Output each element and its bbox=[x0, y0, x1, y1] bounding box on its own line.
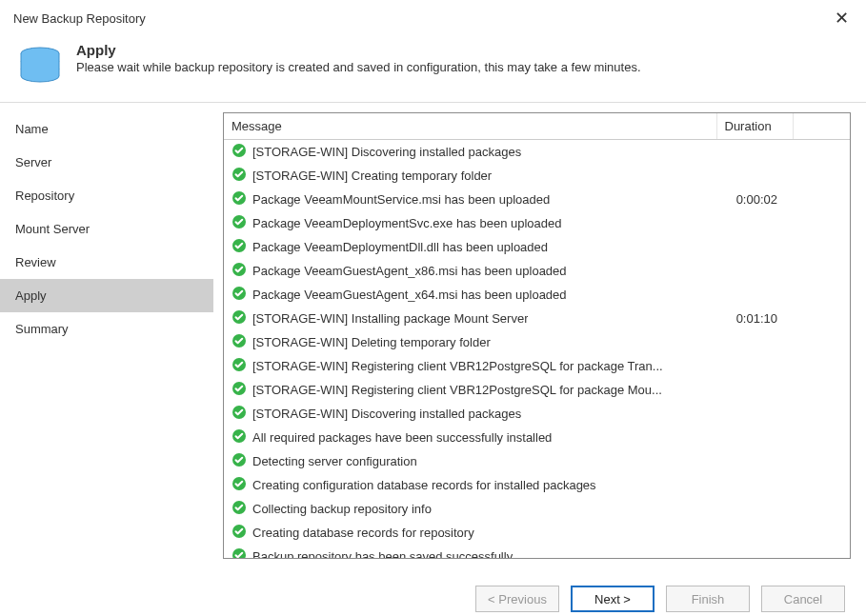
sidebar-item-repository[interactable]: Repository bbox=[0, 179, 213, 212]
log-row-duration bbox=[716, 164, 793, 188]
log-row-message: Creating configuration database records … bbox=[252, 478, 596, 492]
column-header-message[interactable]: Message bbox=[224, 113, 716, 140]
log-row[interactable]: Package VeeamGuestAgent_x86.msi has been… bbox=[224, 259, 850, 283]
log-row-message-cell: Package VeeamMountService.msi has been u… bbox=[224, 188, 716, 211]
previous-button: < Previous bbox=[475, 586, 559, 612]
log-row-message-cell: [STORAGE-WIN] Registering client VBR12Po… bbox=[224, 354, 716, 378]
wizard-header: Apply Please wait while backup repositor… bbox=[0, 34, 866, 102]
log-row-message-cell: Creating configuration database records … bbox=[224, 473, 716, 497]
log-row-message: Backup repository has been saved success… bbox=[252, 549, 513, 558]
log-row-duration bbox=[716, 283, 793, 307]
log-row-message: [STORAGE-WIN] Discovering installed pack… bbox=[252, 407, 521, 421]
check-icon bbox=[232, 452, 247, 470]
log-row[interactable]: Package VeeamDeploymentDll.dll has been … bbox=[224, 235, 850, 259]
sidebar-item-apply[interactable]: Apply bbox=[0, 279, 213, 312]
log-row-message-cell: Creating database records for repository bbox=[224, 521, 716, 545]
log-row[interactable]: [STORAGE-WIN] Discovering installed pack… bbox=[224, 402, 850, 426]
log-row-message-cell: [STORAGE-WIN] Discovering installed pack… bbox=[224, 140, 716, 164]
log-row-message-cell: [STORAGE-WIN] Deleting temporary folder bbox=[224, 330, 716, 354]
log-row-message-cell: [STORAGE-WIN] Registering client VBR12Po… bbox=[224, 378, 716, 402]
log-row-spacer bbox=[793, 378, 850, 402]
log-row[interactable]: [STORAGE-WIN] Deleting temporary folder bbox=[224, 330, 850, 354]
log-row[interactable]: All required packages have been successf… bbox=[224, 426, 850, 449]
log-scroll-area[interactable]: Message Duration [STORAGE-WIN] Discoveri… bbox=[224, 113, 850, 558]
log-row[interactable]: Package VeeamMountService.msi has been u… bbox=[224, 188, 850, 211]
log-row-spacer bbox=[793, 330, 850, 354]
log-row-duration bbox=[716, 545, 793, 558]
log-row-message: [STORAGE-WIN] Installing package Mount S… bbox=[252, 311, 528, 326]
log-row[interactable]: [STORAGE-WIN] Registering client VBR12Po… bbox=[224, 378, 850, 402]
log-row[interactable]: [STORAGE-WIN] Registering client VBR12Po… bbox=[224, 354, 850, 378]
log-row-spacer bbox=[793, 140, 850, 165]
log-row-message-cell: Detecting server configuration bbox=[224, 449, 716, 473]
next-button[interactable]: Next > bbox=[571, 586, 655, 612]
log-row-message: [STORAGE-WIN] Deleting temporary folder bbox=[252, 335, 491, 349]
log-row[interactable]: Collecting backup repository info bbox=[224, 497, 850, 521]
log-row-spacer bbox=[793, 521, 850, 545]
check-icon bbox=[232, 524, 247, 542]
cancel-button: Cancel bbox=[761, 586, 845, 612]
log-row-message: Package VeeamGuestAgent_x86.msi has been… bbox=[252, 264, 567, 278]
close-icon[interactable]: ✕ bbox=[829, 8, 855, 29]
check-icon bbox=[232, 143, 247, 161]
check-icon bbox=[232, 309, 247, 328]
log-row-spacer bbox=[793, 235, 850, 259]
check-icon bbox=[232, 333, 247, 351]
log-row[interactable]: Backup repository has been saved success… bbox=[224, 545, 850, 558]
check-icon bbox=[232, 357, 247, 375]
log-row-duration bbox=[716, 235, 793, 259]
titlebar: New Backup Repository ✕ bbox=[0, 0, 866, 34]
log-row-message-cell: All required packages have been successf… bbox=[224, 426, 716, 449]
log-row-duration bbox=[716, 378, 793, 402]
log-row-message: Creating database records for repository bbox=[252, 526, 474, 540]
check-icon bbox=[232, 428, 247, 447]
log-row-spacer bbox=[793, 164, 850, 188]
check-icon bbox=[232, 476, 247, 494]
log-row-message: [STORAGE-WIN] Discovering installed pack… bbox=[252, 145, 521, 159]
log-row-message-cell: [STORAGE-WIN] Creating temporary folder bbox=[224, 164, 716, 188]
log-row-duration bbox=[716, 521, 793, 545]
sidebar-item-label: Review bbox=[15, 255, 56, 269]
log-row-duration bbox=[716, 402, 793, 426]
log-row[interactable]: [STORAGE-WIN] Creating temporary folder bbox=[224, 164, 850, 188]
log-row[interactable]: Detecting server configuration bbox=[224, 449, 850, 473]
log-row-spacer bbox=[793, 259, 850, 283]
sidebar-item-review[interactable]: Review bbox=[0, 246, 213, 279]
finish-button: Finish bbox=[666, 586, 750, 612]
log-row-spacer bbox=[793, 426, 850, 449]
check-icon bbox=[232, 214, 247, 232]
log-row-message: Package VeeamGuestAgent_x64.msi has been… bbox=[252, 288, 567, 302]
log-row[interactable]: Package VeeamDeploymentSvc.exe has been … bbox=[224, 211, 850, 235]
log-row-message: Collecting backup repository info bbox=[252, 502, 432, 516]
log-row-message: [STORAGE-WIN] Creating temporary folder bbox=[252, 169, 492, 183]
log-row-duration bbox=[716, 449, 793, 473]
sidebar-item-label: Name bbox=[15, 122, 49, 136]
main-panel: Message Duration [STORAGE-WIN] Discoveri… bbox=[213, 103, 866, 568]
column-header-duration[interactable]: Duration bbox=[716, 113, 793, 140]
progress-log-table: Message Duration [STORAGE-WIN] Discoveri… bbox=[223, 112, 851, 559]
sidebar-item-label: Repository bbox=[15, 189, 74, 203]
log-row[interactable]: Creating database records for repository bbox=[224, 521, 850, 545]
log-row[interactable]: [STORAGE-WIN] Installing package Mount S… bbox=[224, 307, 850, 330]
check-icon bbox=[232, 500, 247, 518]
check-icon bbox=[232, 238, 247, 256]
log-row-duration: 0:01:10 bbox=[716, 307, 793, 330]
log-row-duration bbox=[716, 211, 793, 235]
sidebar-item-server[interactable]: Server bbox=[0, 146, 213, 179]
sidebar-item-label: Server bbox=[15, 155, 51, 169]
check-icon bbox=[232, 167, 247, 185]
sidebar-item-label: Summary bbox=[15, 322, 69, 336]
log-row-message: Detecting server configuration bbox=[252, 454, 417, 468]
log-row[interactable]: [STORAGE-WIN] Discovering installed pack… bbox=[224, 140, 850, 165]
log-row[interactable]: Creating configuration database records … bbox=[224, 473, 850, 497]
sidebar-item-mount-server[interactable]: Mount Server bbox=[0, 212, 213, 246]
log-row-spacer bbox=[793, 307, 850, 330]
log-row-message: [STORAGE-WIN] Registering client VBR12Po… bbox=[252, 383, 662, 397]
log-row-duration bbox=[716, 330, 793, 354]
sidebar-item-name[interactable]: Name bbox=[0, 112, 213, 146]
check-icon bbox=[232, 547, 247, 558]
log-row-spacer bbox=[793, 188, 850, 211]
check-icon bbox=[232, 286, 247, 304]
sidebar-item-summary[interactable]: Summary bbox=[0, 312, 213, 346]
log-row[interactable]: Package VeeamGuestAgent_x64.msi has been… bbox=[224, 283, 850, 307]
